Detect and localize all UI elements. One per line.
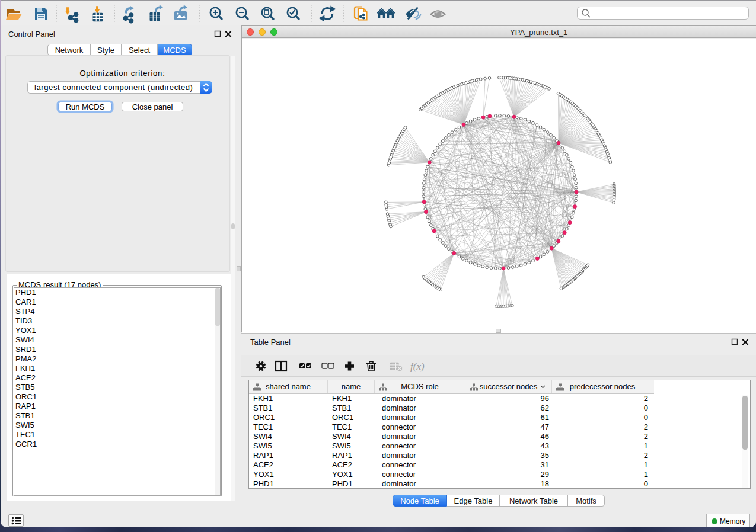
svg-text:f(x): f(x) — [410, 361, 425, 372]
